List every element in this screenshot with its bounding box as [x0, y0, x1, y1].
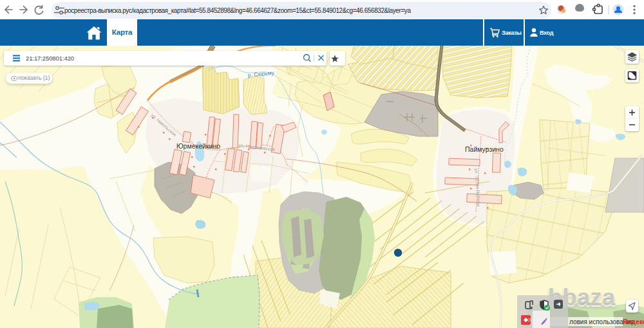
- svg-text:Паймурзино: Паймурзино: [465, 145, 504, 153]
- svg-text:Юрмекейкино: Юрмекейкино: [176, 142, 220, 150]
